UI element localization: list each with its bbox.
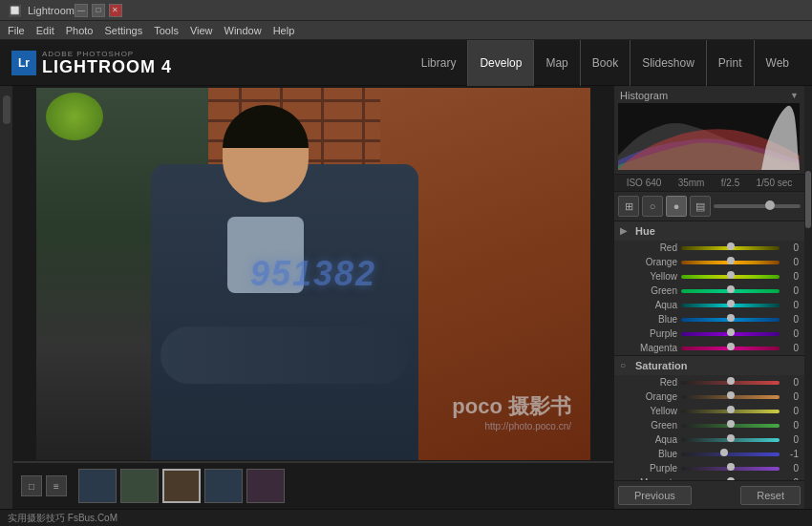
panel-scroll[interactable]: ▶ Hue Red 0 Orange 0 Yellow xyxy=(614,221,804,480)
menu-window[interactable]: Window xyxy=(224,25,262,36)
hue-blue-slider[interactable] xyxy=(681,318,780,322)
hue-green-slider[interactable] xyxy=(681,289,780,293)
previous-button[interactable]: Previous xyxy=(618,486,692,505)
status-text: 实用摄影技巧 FsBus.CoM xyxy=(8,512,118,525)
tool-redeye[interactable]: ● xyxy=(666,196,687,217)
histogram-header: Histogram ▼ xyxy=(618,90,801,101)
filmstrip-thumb-3[interactable] xyxy=(162,469,201,503)
sat-orange-label: Orange xyxy=(631,391,677,402)
sat-row-purple: Purple 0 xyxy=(614,461,804,475)
scrollbar-thumb[interactable] xyxy=(805,171,811,228)
sat-row-blue: Blue -1 xyxy=(614,447,804,461)
sat-red-label: Red xyxy=(631,377,677,388)
histogram-label: Histogram xyxy=(620,90,668,101)
right-panel: Histogram ▼ xyxy=(613,86,804,509)
hue-orange-label: Orange xyxy=(631,257,677,267)
filmstrip-thumb-5[interactable] xyxy=(246,469,285,503)
sat-blue-label: Blue xyxy=(631,449,677,459)
hue-purple-slider[interactable] xyxy=(681,332,780,336)
hue-purple-label: Purple xyxy=(631,328,677,339)
nav-map[interactable]: Map xyxy=(534,40,580,86)
hue-red-slider[interactable] xyxy=(681,246,780,250)
menu-edit[interactable]: Edit xyxy=(36,25,54,36)
filmstrip-view-btn[interactable]: □ xyxy=(21,475,42,496)
tool-grad[interactable]: ▤ xyxy=(690,196,711,217)
sat-purple-slider[interactable] xyxy=(681,467,780,471)
person-shirt xyxy=(227,217,304,293)
nav-slideshow[interactable]: Slideshow xyxy=(630,40,707,86)
left-panel-toggle[interactable] xyxy=(3,95,11,124)
tool-crop[interactable]: ⊞ xyxy=(618,196,639,217)
sat-blue-slider[interactable] xyxy=(681,452,780,456)
title-bar-icon: 🔲 xyxy=(8,4,22,17)
person-jacket xyxy=(151,164,418,460)
nav-web[interactable]: Web xyxy=(755,40,801,86)
hue-row-purple: Purple 0 xyxy=(614,326,804,341)
sat-aqua-slider[interactable] xyxy=(681,438,780,442)
hue-red-label: Red xyxy=(631,242,677,253)
menu-photo[interactable]: Photo xyxy=(66,25,94,36)
filmstrip-controls: □ ≡ xyxy=(21,475,67,496)
hue-orange-slider[interactable] xyxy=(681,261,780,264)
tool-slider-thumb xyxy=(765,200,775,210)
hue-magenta-slider[interactable] xyxy=(681,347,780,350)
lr-badge: Lr xyxy=(11,51,36,75)
sat-green-slider[interactable] xyxy=(681,424,780,428)
saturation-section-header[interactable]: ○ Saturation xyxy=(614,356,804,375)
hue-section-header[interactable]: ▶ Hue xyxy=(614,221,804,241)
hue-yellow-slider[interactable] xyxy=(681,275,780,279)
saturation-section: ○ Saturation Red 0 Orange 0 Yellow xyxy=(614,356,804,480)
nav-book[interactable]: Book xyxy=(581,40,630,86)
saturation-section-title: Saturation xyxy=(635,360,687,371)
filmstrip-thumb-1[interactable] xyxy=(78,469,117,503)
histogram-svg xyxy=(618,103,800,170)
hue-magenta-label: Magenta xyxy=(631,343,677,353)
sat-toggle-icon: ○ xyxy=(620,360,631,371)
panel-bottom-buttons: Previous Reset xyxy=(614,480,804,509)
hue-aqua-slider[interactable] xyxy=(681,304,780,307)
hue-blue-label: Blue xyxy=(631,314,677,325)
sat-green-value: 0 xyxy=(783,420,799,431)
sat-yellow-slider[interactable] xyxy=(681,410,780,413)
sat-orange-slider[interactable] xyxy=(681,395,780,399)
menu-settings[interactable]: Settings xyxy=(104,25,142,36)
sat-row-aqua: Aqua 0 xyxy=(614,432,804,447)
hue-row-magenta: Magenta 0 xyxy=(614,341,804,355)
foliage xyxy=(46,93,103,140)
close-button[interactable]: ✕ xyxy=(109,4,122,17)
sat-red-value: 0 xyxy=(783,377,799,388)
app-header: Lr ADOBE PHOTOSHOP LIGHTROOM 4 Library D… xyxy=(0,40,812,86)
right-scrollbar[interactable] xyxy=(804,86,812,509)
hue-row-orange: Orange 0 xyxy=(614,255,804,269)
histogram-expand-icon[interactable]: ▼ xyxy=(790,91,799,100)
maximize-button[interactable]: □ xyxy=(92,4,105,17)
menu-help[interactable]: Help xyxy=(273,25,295,36)
sat-yellow-label: Yellow xyxy=(631,406,677,416)
status-bar: 实用摄影技巧 FsBus.CoM xyxy=(0,509,812,526)
sat-green-label: Green xyxy=(631,420,677,431)
person-arms xyxy=(160,326,409,384)
sat-red-slider[interactable] xyxy=(681,381,780,385)
minimize-button[interactable]: — xyxy=(75,4,88,17)
filmstrip-thumb-2[interactable] xyxy=(120,469,159,503)
hue-aqua-value: 0 xyxy=(783,300,799,310)
sat-orange-value: 0 xyxy=(783,391,799,402)
tool-spot[interactable]: ○ xyxy=(642,196,663,217)
filmstrip-thumb-4[interactable] xyxy=(204,469,243,503)
nav-develop[interactable]: Develop xyxy=(468,40,534,86)
nav-library[interactable]: Library xyxy=(410,40,469,86)
nav-print[interactable]: Print xyxy=(707,40,755,86)
reset-button[interactable]: Reset xyxy=(740,486,801,505)
sat-purple-value: 0 xyxy=(783,463,799,473)
window-controls: — □ ✕ xyxy=(75,4,122,17)
photo-image: 951382 poco 摄影书 http://photo.poco.cn/ xyxy=(36,88,590,460)
left-panel xyxy=(0,86,13,509)
menu-view[interactable]: View xyxy=(190,25,213,36)
photo-container[interactable]: 951382 poco 摄影书 http://photo.poco.cn/ xyxy=(13,86,613,461)
filmstrip-list-btn[interactable]: ≡ xyxy=(46,475,67,496)
tool-slider[interactable] xyxy=(714,204,801,208)
menu-tools[interactable]: Tools xyxy=(154,25,179,36)
sat-blue-value: -1 xyxy=(783,449,799,459)
menu-file[interactable]: File xyxy=(8,25,25,36)
hue-green-label: Green xyxy=(631,285,677,296)
